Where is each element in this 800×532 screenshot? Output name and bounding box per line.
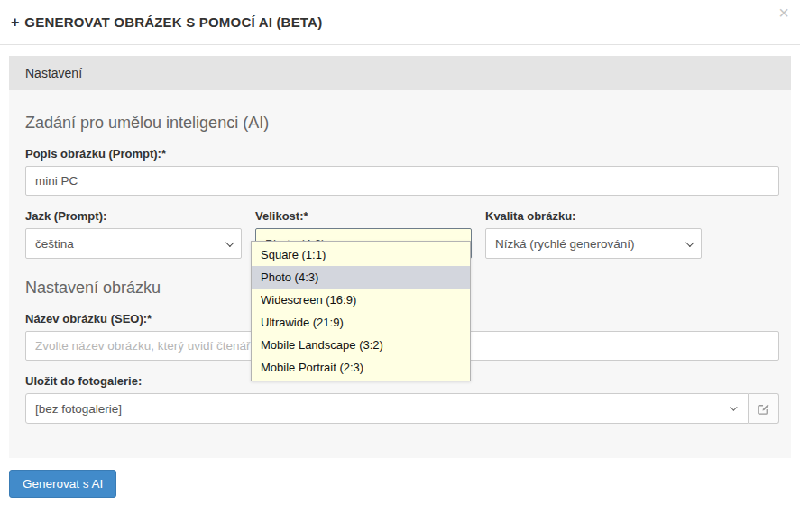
- language-select-value: čeština: [35, 237, 74, 251]
- panel-section-bar: Nastavení: [9, 56, 791, 90]
- gallery-group: Uložit do fotogalerie: [bez fotogalerie]: [25, 374, 775, 424]
- quality-select-value: Nízká (rychlé generování): [495, 237, 635, 251]
- language-column: Jazk (Prompt): čeština: [25, 209, 242, 259]
- gallery-input-group: [bez fotogalerie]: [25, 393, 779, 424]
- gallery-select[interactable]: [bez fotogalerie]: [25, 393, 749, 424]
- ai-section-heading: Zadání pro umělou inteligenci (AI): [25, 114, 775, 133]
- size-dropdown-option[interactable]: Widescreen (16:9): [252, 289, 470, 311]
- prompt-group: Popis obrázku (Prompt):*: [25, 147, 775, 196]
- size-dropdown-option[interactable]: Mobile Portrait (2:3): [252, 356, 470, 379]
- panel-bar-title: Nastavení: [25, 66, 82, 80]
- settings-panel: Nastavení Zadání pro umělou inteligenci …: [9, 56, 791, 458]
- chevron-down-icon: [730, 403, 737, 410]
- language-select[interactable]: čeština: [25, 228, 242, 259]
- quality-label: Kvalita obrázku:: [485, 209, 702, 223]
- prompt-input[interactable]: [25, 166, 779, 196]
- size-dropdown-option[interactable]: Mobile Landscape (3:2): [252, 334, 470, 356]
- dialog-header: + GENEROVAT OBRÁZEK S POMOCÍ AI (BETA) ×: [0, 0, 800, 45]
- quality-select[interactable]: Nízká (rychlé generování): [485, 228, 702, 259]
- gallery-select-value: [bez fotogalerie]: [35, 402, 122, 416]
- size-dropdown-option[interactable]: Photo (4:3): [252, 266, 470, 289]
- chevron-down-icon: [685, 238, 694, 247]
- size-dropdown-list: Square (1:1)Photo (4:3)Widescreen (16:9)…: [251, 241, 471, 381]
- size-column: Velikost:* Photo (4:3) Square (1:1)Photo…: [255, 209, 472, 259]
- size-label: Velikost:*: [255, 209, 472, 223]
- edit-icon: [757, 402, 770, 416]
- edit-gallery-button[interactable]: [749, 393, 779, 424]
- language-label: Jazk (Prompt):: [25, 209, 242, 223]
- size-dropdown-option[interactable]: Ultrawide (21:9): [252, 311, 470, 334]
- quality-column: Kvalita obrázku: Nízká (rychlé generován…: [485, 209, 702, 259]
- selects-row: Jazk (Prompt): čeština Velikost:* Photo …: [25, 209, 775, 259]
- panel-body: Zadání pro umělou inteligenci (AI) Popis…: [9, 90, 791, 458]
- chevron-down-icon: [225, 238, 234, 247]
- page-title: GENEROVAT OBRÁZEK S POMOCÍ AI (BETA): [24, 14, 322, 30]
- prompt-label: Popis obrázku (Prompt):*: [25, 147, 775, 161]
- generate-button[interactable]: Generovat s AI: [9, 470, 116, 498]
- close-icon[interactable]: ×: [778, 4, 789, 22]
- size-dropdown-option[interactable]: Square (1:1): [252, 243, 470, 266]
- plus-icon: +: [11, 14, 19, 31]
